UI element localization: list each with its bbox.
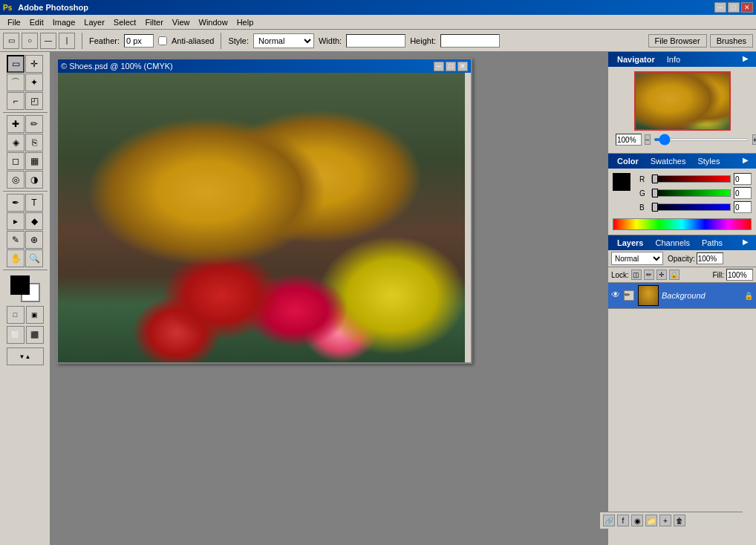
eraser-tool[interactable]: ◻ [7,152,25,170]
zoom-input[interactable] [616,134,642,146]
blend-mode-select[interactable]: Normal Dissolve Multiply [611,252,663,265]
styles-tab[interactable]: Styles [691,155,726,167]
blur-tool[interactable]: ◎ [7,171,25,189]
r-value[interactable] [734,173,752,185]
lock-transparent-btn[interactable]: ◫ [631,270,642,280]
lock-label: Lock: [611,271,629,279]
dodge-tool[interactable]: ◑ [25,171,43,189]
link-layers-btn[interactable]: 🔗 [603,515,615,526]
fill-input[interactable] [726,269,753,281]
menu-file[interactable]: File [3,16,25,28]
marquee-ellipse-btn[interactable]: ○ [22,33,38,49]
color-panel-header: Color Swatches Styles ▶ [608,154,756,169]
file-browser-button[interactable]: File Browser [648,34,707,48]
slice-tool[interactable]: ◰ [25,92,43,110]
layer-row[interactable]: 👁 ✏ Background 🔒 [608,283,756,309]
doc-maximize-btn[interactable]: □ [446,62,456,71]
menu-view[interactable]: View [168,16,195,28]
foreground-color-swatch[interactable] [10,275,30,295]
b-thumb[interactable] [652,203,658,212]
lock-all-btn[interactable]: 🔒 [669,270,680,280]
new-layer-btn[interactable]: + [659,515,671,526]
hand-tool[interactable]: ✋ [7,249,25,267]
clone-tool[interactable]: ◈ [7,134,25,151]
menu-layer[interactable]: Layer [79,16,109,28]
title-bar-controls[interactable]: ─ □ ✕ [714,2,753,13]
lock-position-btn[interactable]: ✛ [656,270,667,280]
magic-wand-tool[interactable]: ✦ [25,74,43,91]
layers-tab[interactable]: Layers [611,237,649,249]
shape-tool[interactable]: ◆ [25,212,43,230]
zoom-out-btn[interactable]: − [645,134,651,145]
color-tab[interactable]: Color [611,155,645,167]
path-select-tool[interactable]: ▸ [7,212,25,230]
quick-mask-btn[interactable]: ▣ [26,306,44,324]
standard-mode-btn[interactable]: □ [7,306,25,324]
screen-mode-btn[interactable]: ⬜ [7,326,25,344]
lock-pixels-btn[interactable]: ✏ [644,270,654,280]
screen-mode-area: ⬜ ⬛ [7,326,44,344]
doc-close-btn[interactable]: ✕ [457,62,468,71]
width-input[interactable] [346,34,405,48]
g-thumb[interactable] [652,189,658,198]
menu-edit[interactable]: Edit [25,16,48,28]
anti-aliased-label: Anti-aliased [172,36,214,45]
add-mask-btn[interactable]: ◉ [631,515,643,526]
layer-style-btn[interactable]: f [617,515,629,526]
gradient-tool[interactable]: ▦ [25,152,43,170]
notes-tool[interactable]: ✎ [7,231,25,249]
pen-tool[interactable]: ✒ [7,194,25,212]
b-value[interactable] [734,201,752,213]
menu-window[interactable]: Window [195,16,232,28]
marquee-rect-btn[interactable]: ▭ [3,33,19,49]
eyedropper-tool[interactable]: ⊕ [25,231,43,249]
jump-button[interactable]: ▼▲ [7,347,44,365]
color-options-btn[interactable]: ▶ [743,156,753,166]
channels-tab[interactable]: Channels [649,237,695,249]
swatches-tab[interactable]: Swatches [645,155,692,167]
crop-tool[interactable]: ⌐ [7,92,25,110]
zoom-tool[interactable]: 🔍 [25,249,43,267]
r-thumb[interactable] [652,174,658,183]
maximize-button[interactable]: □ [728,2,740,13]
layer-visibility-btn[interactable]: 👁 [611,290,623,301]
brush-tool[interactable]: ✏ [25,115,43,133]
zoom-slider[interactable] [654,138,749,141]
doc-minimize-btn[interactable]: ─ [434,62,444,71]
marquee-tool[interactable]: ▭ [7,55,25,73]
spectrum-bar[interactable] [613,218,752,230]
height-input[interactable] [440,34,500,48]
navigator-options-btn[interactable]: ▶ [743,54,753,65]
menu-filter[interactable]: Filter [140,16,167,28]
layers-options-btn[interactable]: ▶ [743,238,753,248]
style-select[interactable]: Normal Fixed Ratio Fixed Size [253,33,314,48]
full-screen-btn[interactable]: ⬛ [26,326,44,344]
paths-tab[interactable]: Paths [696,237,729,249]
g-value[interactable] [734,187,752,199]
layer-edit-btn[interactable]: ✏ [624,290,634,301]
history-tool[interactable]: ⎘ [25,134,43,151]
marquee-row-btn[interactable]: — [40,33,56,49]
delete-layer-btn[interactable]: 🗑 [674,515,685,526]
feather-input[interactable] [124,34,154,48]
lasso-tool[interactable]: ⌒ [7,74,25,91]
close-button[interactable]: ✕ [741,2,753,13]
minimize-button[interactable]: ─ [714,2,726,13]
brushes-button[interactable]: Brushes [710,34,753,48]
new-group-btn[interactable]: 📁 [645,515,657,526]
opacity-input[interactable] [697,252,723,264]
zoom-in-btn[interactable]: + [752,134,756,145]
healing-tool[interactable]: ✚ [7,115,25,133]
type-tool[interactable]: T [25,194,43,212]
tool-sep-2 [3,191,48,192]
info-tab[interactable]: Info [661,53,686,65]
menu-help[interactable]: Help [232,16,258,28]
navigator-tab[interactable]: Navigator [611,53,661,65]
menu-select[interactable]: Select [109,16,141,28]
marquee-col-btn[interactable]: | [59,33,75,49]
menu-image[interactable]: Image [48,16,80,28]
color-swatch-main[interactable] [613,173,630,191]
move-tool[interactable]: ✛ [25,55,43,73]
anti-aliased-checkbox[interactable] [158,36,167,45]
main-layout: ▭ ✛ ⌒ ✦ ⌐ ◰ ✚ ✏ ◈ ⎘ ◻ ▦ ◎ ◑ ✒ [0,52,756,545]
